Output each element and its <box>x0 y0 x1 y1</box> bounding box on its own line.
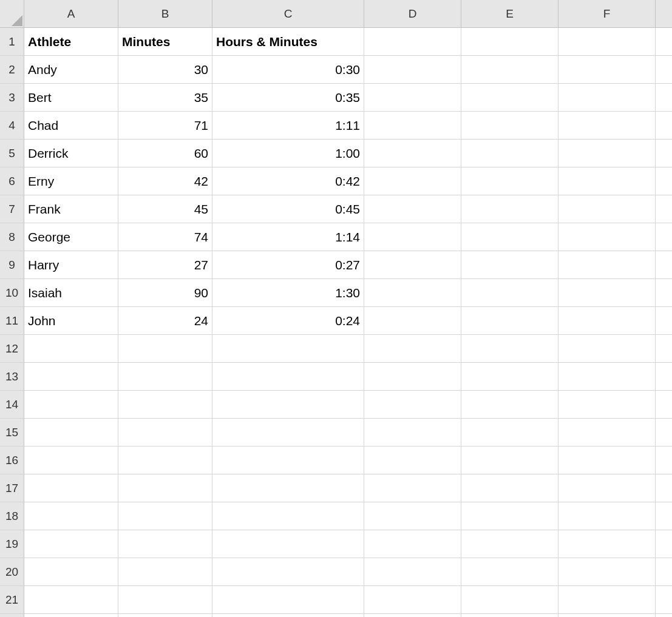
cell-D16[interactable] <box>364 447 461 474</box>
cell-D20[interactable] <box>364 558 461 586</box>
column-header-tail[interactable] <box>656 0 672 28</box>
cell-tail-1[interactable] <box>656 28 672 56</box>
cell-F15[interactable] <box>558 419 656 447</box>
cell-E13[interactable] <box>461 363 558 391</box>
cell-C13[interactable] <box>212 363 364 391</box>
cell-C14[interactable] <box>212 391 364 419</box>
cell-F19[interactable] <box>558 530 656 558</box>
cell-C9[interactable]: 0:27 <box>212 251 364 279</box>
cell-B11[interactable]: 24 <box>118 307 212 335</box>
row-header-15[interactable]: 15 <box>0 419 24 447</box>
cell-tail-4[interactable] <box>656 112 672 140</box>
cell-C2[interactable]: 0:30 <box>212 56 364 84</box>
row-header-22[interactable]: 22 <box>0 614 24 617</box>
cell-F7[interactable] <box>558 195 656 223</box>
cell-C10[interactable]: 1:30 <box>212 279 364 307</box>
cell-A9[interactable]: Harry <box>24 251 118 279</box>
cell-B13[interactable] <box>118 363 212 391</box>
cell-E11[interactable] <box>461 307 558 335</box>
cell-E15[interactable] <box>461 419 558 447</box>
cell-A5[interactable]: Derrick <box>24 140 118 167</box>
cell-B7[interactable]: 45 <box>118 195 212 223</box>
cell-F5[interactable] <box>558 140 656 167</box>
cell-tail-20[interactable] <box>656 558 672 586</box>
cell-C3[interactable]: 0:35 <box>212 84 364 112</box>
cell-tail-3[interactable] <box>656 84 672 112</box>
cell-F13[interactable] <box>558 363 656 391</box>
cell-E2[interactable] <box>461 56 558 84</box>
column-header-C[interactable]: C <box>212 0 364 28</box>
cell-B2[interactable]: 30 <box>118 56 212 84</box>
cell-D2[interactable] <box>364 56 461 84</box>
cell-F4[interactable] <box>558 112 656 140</box>
column-header-B[interactable]: B <box>118 0 212 28</box>
cell-B17[interactable] <box>118 474 212 502</box>
cell-E17[interactable] <box>461 474 558 502</box>
row-header-7[interactable]: 7 <box>0 195 24 223</box>
cell-D18[interactable] <box>364 502 461 530</box>
cell-tail-8[interactable] <box>656 223 672 251</box>
cell-D21[interactable] <box>364 586 461 614</box>
cell-C20[interactable] <box>212 558 364 586</box>
cell-F2[interactable] <box>558 56 656 84</box>
row-header-18[interactable]: 18 <box>0 502 24 530</box>
cell-B15[interactable] <box>118 419 212 447</box>
cell-B22[interactable] <box>118 614 212 617</box>
cell-A14[interactable] <box>24 391 118 419</box>
row-header-13[interactable]: 13 <box>0 363 24 391</box>
cell-C5[interactable]: 1:00 <box>212 140 364 167</box>
cell-C1[interactable]: Hours & Minutes <box>212 28 364 56</box>
cell-F8[interactable] <box>558 223 656 251</box>
cell-tail-21[interactable] <box>656 586 672 614</box>
cell-F21[interactable] <box>558 586 656 614</box>
cell-D6[interactable] <box>364 167 461 195</box>
cell-C22[interactable] <box>212 614 364 617</box>
row-header-8[interactable]: 8 <box>0 223 24 251</box>
cell-B14[interactable] <box>118 391 212 419</box>
cell-D22[interactable] <box>364 614 461 617</box>
cell-A6[interactable]: Erny <box>24 167 118 195</box>
cell-tail-18[interactable] <box>656 502 672 530</box>
cell-A7[interactable]: Frank <box>24 195 118 223</box>
cell-C8[interactable]: 1:14 <box>212 223 364 251</box>
cell-E5[interactable] <box>461 140 558 167</box>
column-header-D[interactable]: D <box>364 0 461 28</box>
row-header-6[interactable]: 6 <box>0 167 24 195</box>
cell-D12[interactable] <box>364 335 461 363</box>
row-header-9[interactable]: 9 <box>0 251 24 279</box>
cell-B1[interactable]: Minutes <box>118 28 212 56</box>
cell-B12[interactable] <box>118 335 212 363</box>
cell-C11[interactable]: 0:24 <box>212 307 364 335</box>
cell-tail-6[interactable] <box>656 167 672 195</box>
cell-B20[interactable] <box>118 558 212 586</box>
cell-tail-12[interactable] <box>656 335 672 363</box>
spreadsheet-grid[interactable]: ABCDEF1AthleteMinutesHours & Minutes2And… <box>0 0 672 617</box>
row-header-3[interactable]: 3 <box>0 84 24 112</box>
cell-D17[interactable] <box>364 474 461 502</box>
cell-E1[interactable] <box>461 28 558 56</box>
row-header-19[interactable]: 19 <box>0 530 24 558</box>
cell-tail-11[interactable] <box>656 307 672 335</box>
cell-A11[interactable]: John <box>24 307 118 335</box>
cell-E20[interactable] <box>461 558 558 586</box>
cell-A8[interactable]: George <box>24 223 118 251</box>
cell-D14[interactable] <box>364 391 461 419</box>
cell-E12[interactable] <box>461 335 558 363</box>
cell-E21[interactable] <box>461 586 558 614</box>
cell-C19[interactable] <box>212 530 364 558</box>
cell-A2[interactable]: Andy <box>24 56 118 84</box>
cell-F22[interactable] <box>558 614 656 617</box>
cell-tail-5[interactable] <box>656 140 672 167</box>
column-header-F[interactable]: F <box>558 0 656 28</box>
cell-A12[interactable] <box>24 335 118 363</box>
cell-tail-14[interactable] <box>656 391 672 419</box>
cell-B6[interactable]: 42 <box>118 167 212 195</box>
row-header-11[interactable]: 11 <box>0 307 24 335</box>
cell-tail-15[interactable] <box>656 419 672 447</box>
cell-A3[interactable]: Bert <box>24 84 118 112</box>
cell-tail-17[interactable] <box>656 474 672 502</box>
row-header-5[interactable]: 5 <box>0 140 24 167</box>
row-header-10[interactable]: 10 <box>0 279 24 307</box>
cell-B19[interactable] <box>118 530 212 558</box>
cell-D19[interactable] <box>364 530 461 558</box>
